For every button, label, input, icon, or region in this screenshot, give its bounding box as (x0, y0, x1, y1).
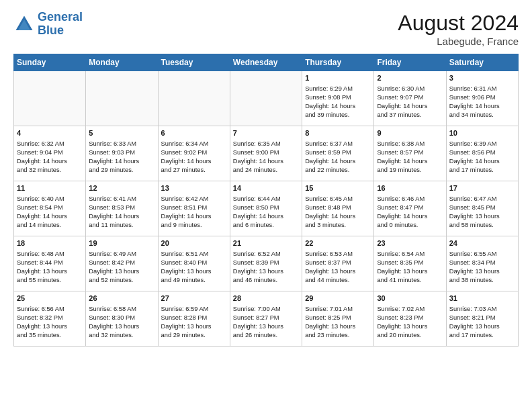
day-info: Sunrise: 6:39 AM Sunset: 8:56 PM Dayligh… (449, 140, 515, 175)
day-number: 20 (161, 238, 227, 248)
calendar-week-row: 11Sunrise: 6:40 AM Sunset: 8:54 PM Dayli… (14, 181, 519, 236)
calendar-cell: 8Sunrise: 6:37 AM Sunset: 8:59 PM Daylig… (302, 126, 374, 181)
day-number: 22 (305, 238, 371, 248)
day-number: 31 (449, 293, 515, 304)
day-info: Sunrise: 6:46 AM Sunset: 8:47 PM Dayligh… (377, 195, 443, 230)
day-number: 30 (377, 293, 443, 304)
day-info: Sunrise: 6:49 AM Sunset: 8:42 PM Dayligh… (89, 250, 154, 285)
day-number: 1 (305, 73, 371, 83)
day-info: Sunrise: 6:51 AM Sunset: 8:40 PM Dayligh… (161, 250, 227, 285)
day-number: 9 (377, 128, 443, 138)
day-number: 25 (17, 293, 83, 304)
calendar-cell: 30Sunrise: 7:02 AM Sunset: 8:23 PM Dayli… (374, 291, 446, 347)
calendar-cell (14, 71, 86, 126)
calendar-cell: 31Sunrise: 7:03 AM Sunset: 8:21 PM Dayli… (446, 291, 518, 347)
day-number: 14 (233, 183, 299, 193)
calendar-cell: 11Sunrise: 6:40 AM Sunset: 8:54 PM Dayli… (14, 181, 86, 236)
page: General Blue August 2024 Labegude, Franc… (0, 0, 532, 411)
day-info: Sunrise: 6:58 AM Sunset: 8:30 PM Dayligh… (89, 305, 154, 340)
calendar-cell: 18Sunrise: 6:48 AM Sunset: 8:44 PM Dayli… (14, 236, 86, 291)
day-of-week-header: Thursday (302, 54, 374, 71)
calendar-cell: 20Sunrise: 6:51 AM Sunset: 8:40 PM Dayli… (158, 236, 230, 291)
month-year: August 2024 (398, 11, 519, 36)
day-number: 29 (305, 293, 371, 304)
day-number: 17 (449, 183, 515, 193)
day-info: Sunrise: 6:52 AM Sunset: 8:39 PM Dayligh… (233, 250, 299, 285)
calendar-cell: 14Sunrise: 6:44 AM Sunset: 8:50 PM Dayli… (230, 181, 302, 236)
day-of-week-header: Sunday (14, 54, 86, 71)
calendar-cell: 7Sunrise: 6:35 AM Sunset: 9:00 PM Daylig… (230, 126, 302, 181)
calendar-cell: 15Sunrise: 6:45 AM Sunset: 8:48 PM Dayli… (302, 181, 374, 236)
calendar-cell: 10Sunrise: 6:39 AM Sunset: 8:56 PM Dayli… (446, 126, 518, 181)
calendar-week-row: 25Sunrise: 6:56 AM Sunset: 8:32 PM Dayli… (14, 291, 519, 347)
day-of-week-header: Friday (374, 54, 446, 71)
day-number: 4 (17, 128, 83, 138)
day-number: 27 (161, 293, 227, 304)
day-info: Sunrise: 6:42 AM Sunset: 8:51 PM Dayligh… (161, 195, 227, 230)
calendar-cell: 21Sunrise: 6:52 AM Sunset: 8:39 PM Dayli… (230, 236, 302, 291)
calendar-cell: 12Sunrise: 6:41 AM Sunset: 8:53 PM Dayli… (86, 181, 158, 236)
day-info: Sunrise: 6:32 AM Sunset: 9:04 PM Dayligh… (17, 140, 83, 175)
calendar-cell: 22Sunrise: 6:53 AM Sunset: 8:37 PM Dayli… (302, 236, 374, 291)
day-number: 19 (89, 238, 154, 248)
day-number: 5 (89, 128, 154, 138)
day-info: Sunrise: 6:45 AM Sunset: 8:48 PM Dayligh… (305, 195, 371, 230)
calendar-cell: 13Sunrise: 6:42 AM Sunset: 8:51 PM Dayli… (158, 181, 230, 236)
calendar-cell: 16Sunrise: 6:46 AM Sunset: 8:47 PM Dayli… (374, 181, 446, 236)
day-info: Sunrise: 6:54 AM Sunset: 8:35 PM Dayligh… (377, 250, 443, 285)
calendar-cell: 26Sunrise: 6:58 AM Sunset: 8:30 PM Dayli… (86, 291, 158, 347)
day-of-week-header: Wednesday (230, 54, 302, 71)
day-number: 6 (161, 128, 227, 138)
calendar-cell: 27Sunrise: 6:59 AM Sunset: 8:28 PM Dayli… (158, 291, 230, 347)
day-info: Sunrise: 6:29 AM Sunset: 9:08 PM Dayligh… (305, 85, 371, 120)
calendar-cell: 19Sunrise: 6:49 AM Sunset: 8:42 PM Dayli… (86, 236, 158, 291)
calendar-cell: 24Sunrise: 6:55 AM Sunset: 8:34 PM Dayli… (446, 236, 518, 291)
calendar-cell: 2Sunrise: 6:30 AM Sunset: 9:07 PM Daylig… (374, 71, 446, 126)
day-number: 24 (449, 238, 515, 248)
day-info: Sunrise: 6:30 AM Sunset: 9:07 PM Dayligh… (377, 85, 443, 120)
day-number: 15 (305, 183, 371, 193)
calendar-cell: 6Sunrise: 6:34 AM Sunset: 9:02 PM Daylig… (158, 126, 230, 181)
day-number: 21 (233, 238, 299, 248)
day-number: 13 (161, 183, 227, 193)
calendar-cell: 5Sunrise: 6:33 AM Sunset: 9:03 PM Daylig… (86, 126, 158, 181)
logo-icon (13, 13, 35, 35)
day-number: 12 (89, 183, 154, 193)
calendar-cell: 3Sunrise: 6:31 AM Sunset: 9:06 PM Daylig… (446, 71, 518, 126)
calendar-week-row: 1Sunrise: 6:29 AM Sunset: 9:08 PM Daylig… (14, 71, 519, 126)
logo-general: General (38, 10, 83, 24)
day-number: 7 (233, 128, 299, 138)
day-number: 8 (305, 128, 371, 138)
day-number: 3 (449, 73, 515, 83)
calendar-week-row: 4Sunrise: 6:32 AM Sunset: 9:04 PM Daylig… (14, 126, 519, 181)
day-info: Sunrise: 6:44 AM Sunset: 8:50 PM Dayligh… (233, 195, 299, 230)
header: General Blue August 2024 Labegude, Franc… (13, 11, 519, 47)
day-info: Sunrise: 6:34 AM Sunset: 9:02 PM Dayligh… (161, 140, 227, 175)
calendar: SundayMondayTuesdayWednesdayThursdayFrid… (13, 54, 519, 347)
calendar-cell: 29Sunrise: 7:01 AM Sunset: 8:25 PM Dayli… (302, 291, 374, 347)
calendar-week-row: 18Sunrise: 6:48 AM Sunset: 8:44 PM Dayli… (14, 236, 519, 291)
day-number: 18 (17, 238, 83, 248)
day-of-week-header: Tuesday (158, 54, 230, 71)
day-info: Sunrise: 6:55 AM Sunset: 8:34 PM Dayligh… (449, 250, 515, 285)
day-info: Sunrise: 6:40 AM Sunset: 8:54 PM Dayligh… (17, 195, 83, 230)
day-info: Sunrise: 6:47 AM Sunset: 8:45 PM Dayligh… (449, 195, 515, 230)
day-of-week-header: Saturday (446, 54, 518, 71)
day-info: Sunrise: 6:31 AM Sunset: 9:06 PM Dayligh… (449, 85, 515, 120)
day-number: 11 (17, 183, 83, 193)
calendar-cell: 4Sunrise: 6:32 AM Sunset: 9:04 PM Daylig… (14, 126, 86, 181)
day-number: 2 (377, 73, 443, 83)
calendar-cell (158, 71, 230, 126)
day-info: Sunrise: 6:53 AM Sunset: 8:37 PM Dayligh… (305, 250, 371, 285)
calendar-cell: 23Sunrise: 6:54 AM Sunset: 8:35 PM Dayli… (374, 236, 446, 291)
calendar-header-row: SundayMondayTuesdayWednesdayThursdayFrid… (14, 54, 519, 71)
day-number: 10 (449, 128, 515, 138)
day-of-week-header: Monday (86, 54, 158, 71)
title-block: August 2024 Labegude, France (398, 11, 519, 47)
day-info: Sunrise: 6:59 AM Sunset: 8:28 PM Dayligh… (161, 305, 227, 340)
day-info: Sunrise: 6:35 AM Sunset: 9:00 PM Dayligh… (233, 140, 299, 175)
calendar-cell (86, 71, 158, 126)
day-number: 23 (377, 238, 443, 248)
location: Labegude, France (398, 36, 519, 47)
calendar-cell (230, 71, 302, 126)
